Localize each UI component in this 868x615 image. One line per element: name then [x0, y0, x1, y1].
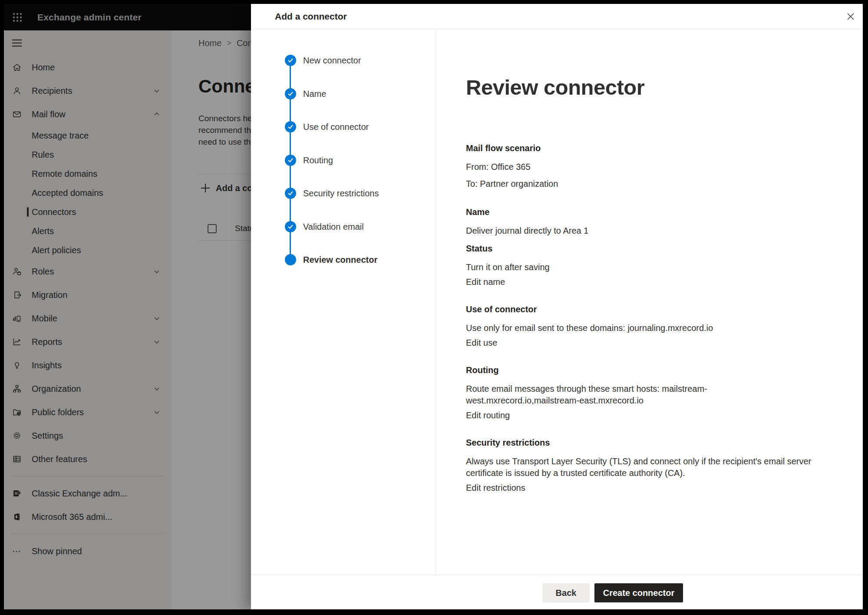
section-title-security-restrictions: Security restrictions: [466, 438, 818, 448]
add-connector-dialog: Add a connector New connector: [251, 4, 863, 609]
wizard-step-name[interactable]: Name: [251, 88, 436, 100]
screen: Exchange admin center Home Recipients: [0, 0, 868, 615]
step-completed-check-icon: [285, 88, 296, 99]
step-completed-check-icon: [285, 155, 296, 166]
edit-name-link[interactable]: Edit name: [466, 277, 505, 287]
review-heading: Review connector: [466, 75, 837, 100]
edit-routing-link[interactable]: Edit routing: [466, 410, 510, 420]
wizard-step-validation-email[interactable]: Validation email: [251, 221, 436, 233]
routing-value: Route email messages through these smart…: [466, 383, 818, 407]
step-completed-check-icon: [285, 221, 296, 232]
step-label: Security restrictions: [303, 188, 379, 198]
step-completed-check-icon: [285, 121, 296, 132]
section-title-routing: Routing: [466, 365, 818, 375]
exchange-admin-app: Exchange admin center Home Recipients: [4, 4, 863, 609]
close-button[interactable]: [844, 10, 858, 23]
step-label: Name: [303, 89, 326, 99]
step-label: Routing: [303, 155, 333, 165]
security-restrictions-value: Always use Transport Layer Security (TLS…: [466, 456, 818, 479]
back-button[interactable]: Back: [542, 583, 590, 602]
mail-flow-to-value: To: Partner organization: [466, 178, 818, 190]
wizard-step-use-of-connector[interactable]: Use of connector: [251, 121, 436, 133]
section-title-use-of-connector: Use of connector: [466, 304, 818, 314]
use-of-connector-value: Use only for email sent to these domains…: [466, 322, 818, 334]
step-completed-check-icon: [285, 188, 296, 199]
dialog-header: Add a connector: [251, 4, 863, 29]
dialog-footer: Back Create connector: [251, 575, 863, 609]
connector-name-value: Deliver journal directly to Area 1: [466, 225, 818, 237]
dialog-title: Add a connector: [275, 11, 347, 22]
section-title-mail-flow-scenario: Mail flow scenario: [466, 143, 818, 153]
wizard-steps-nav: New connector Name Use of connector: [251, 30, 436, 575]
status-value: Turn it on after saving: [466, 261, 818, 273]
step-label: Use of connector: [303, 122, 369, 132]
wizard-step-new-connector[interactable]: New connector: [251, 54, 436, 66]
section-subtitle-status: Status: [466, 244, 837, 254]
wizard-step-security-restrictions[interactable]: Security restrictions: [251, 187, 436, 199]
dialog-body: New connector Name Use of connector: [251, 30, 863, 575]
wizard-step-routing[interactable]: Routing: [251, 154, 436, 166]
step-label: New connector: [303, 56, 361, 66]
mail-flow-from-value: From: Office 365: [466, 161, 818, 173]
step-label: Validation email: [303, 222, 364, 232]
step-current-dot: [285, 254, 296, 265]
review-content: Review connector Mail flow scenario From…: [436, 30, 863, 575]
create-connector-button[interactable]: Create connector: [594, 583, 683, 602]
step-completed-check-icon: [285, 55, 296, 66]
step-label: Review connector: [303, 255, 377, 265]
wizard-step-review-connector-current[interactable]: Review connector: [251, 254, 436, 266]
section-title-name: Name: [466, 207, 818, 217]
close-icon: [846, 12, 855, 21]
edit-restrictions-link[interactable]: Edit restrictions: [466, 483, 525, 493]
edit-use-link[interactable]: Edit use: [466, 338, 497, 348]
